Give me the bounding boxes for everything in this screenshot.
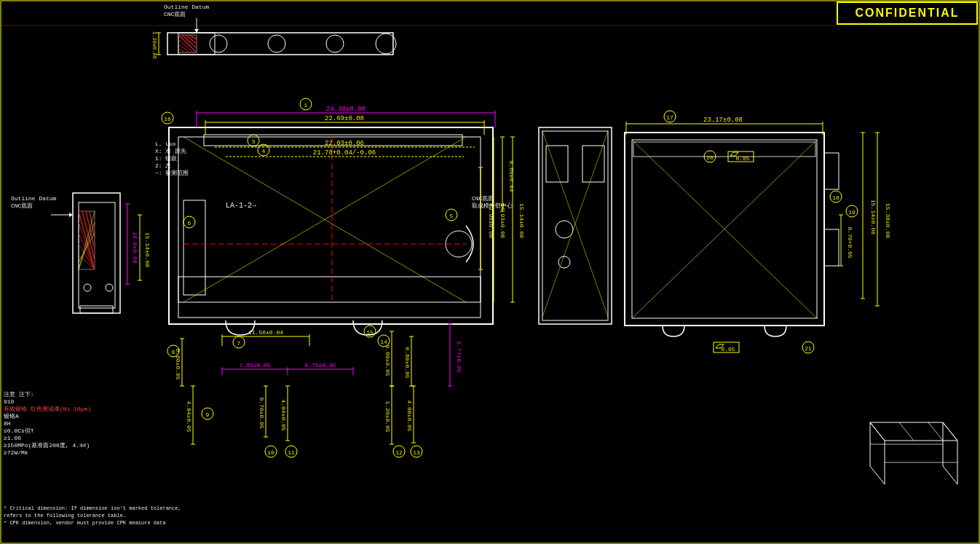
dim-left-b: 15.14±0.08	[144, 232, 151, 267]
dim-0-60-mid: 0.60±0.05	[384, 344, 391, 376]
confidential-label: CONFIDENTIAL	[855, 7, 959, 19]
svg-rect-20	[80, 306, 113, 313]
dim-15-38: 15.38±0.08	[885, 203, 891, 238]
main-canvas: CONFIDENTIAL Outline Datum CNC底面	[0, 0, 980, 544]
svg-text:2: 左: 2: 左	[155, 162, 171, 169]
svg-text:X: 准 原先: X: 准 原先	[155, 148, 186, 154]
dim-14-93: 14.93±0.08	[499, 203, 506, 238]
dim-21-78: 21.78+0.04/-0.06	[313, 149, 376, 157]
dim-23-17: 23.17±0.08	[703, 117, 743, 124]
svg-text:9: 9	[206, 411, 210, 418]
svg-text:1: 1	[304, 102, 308, 109]
svg-text:16: 16	[164, 116, 171, 122]
svg-text:8: 8	[172, 349, 175, 355]
svg-rect-51	[183, 200, 205, 295]
svg-text:有效镀铬 红色测油漆(Ni 10μm): 有效镀铬 红色测油漆(Ni 10μm)	[4, 406, 91, 412]
svg-text:3: 3	[252, 138, 256, 145]
svg-rect-162	[824, 229, 839, 266]
outline-datum-left: Outline Datum	[11, 195, 57, 202]
svg-text:≤0.8Cs但T: ≤0.8Cs但T	[4, 427, 34, 434]
svg-text:910: 910	[4, 398, 15, 405]
dim-left-a: 18.0±0.08	[132, 232, 138, 263]
critical-note-3: * CPK dimension, vendor must provide CPK…	[4, 520, 166, 526]
dim-flatness-right: 0.70+0.05	[847, 226, 853, 258]
svg-rect-50	[178, 277, 481, 302]
svg-point-45	[326, 35, 344, 52]
svg-text:19: 19	[848, 209, 855, 216]
dim-0-70: 0.70±0.05	[258, 397, 265, 428]
svg-marker-187	[943, 422, 957, 484]
lux-label: L. Lux	[155, 141, 176, 147]
svg-text:15: 15	[366, 329, 374, 336]
svg-text:7: 7	[237, 340, 241, 347]
svg-text:CNC底面: CNC底面	[164, 11, 186, 17]
svg-text:镀铬A: 镀铬A	[3, 413, 19, 419]
notes-header: 注意 注下:	[4, 391, 34, 398]
svg-point-44	[268, 35, 285, 52]
svg-line-191	[899, 422, 914, 441]
dim-flatness-21: 0.05	[721, 346, 735, 352]
svg-text:≥1.06: ≥1.06	[4, 435, 21, 441]
dim-24: 24.10±0.08	[326, 106, 365, 113]
svg-text:≥150MPo(基准面200度, 4.4#): ≥150MPo(基准面200度, 4.4#)	[4, 442, 90, 449]
drawing-svg: CONFIDENTIAL Outline Datum CNC底面	[0, 0, 980, 544]
svg-rect-143	[539, 127, 612, 324]
dim-7-83: 7.83±0.05	[239, 362, 270, 368]
svg-rect-158	[633, 142, 815, 157]
svg-line-192	[928, 422, 943, 441]
svg-marker-188	[870, 422, 885, 484]
dim-0-60-left: 0.60±0.05	[175, 348, 181, 379]
dim-11-56: 11.56±0.04	[248, 329, 283, 336]
dim-top-height: 1.20±0.06	[151, 31, 157, 59]
dim-4-08: 4.08±0.05	[406, 400, 413, 431]
svg-text:21: 21	[805, 345, 812, 352]
critical-note-1: * Critical dimension: If dimension isn't…	[4, 505, 181, 511]
outline-datum-top: Outline Datum	[164, 4, 210, 10]
svg-rect-201	[1, 1, 979, 543]
dim-1-20: 1.20±0.05	[384, 401, 391, 432]
svg-text:17: 17	[666, 114, 673, 121]
dim-8-78: 8.78±0.05	[304, 362, 336, 368]
part-label: LA-1-2→	[226, 202, 256, 210]
svg-rect-48	[178, 137, 481, 318]
svg-point-19	[106, 284, 113, 291]
svg-text:CNC底面: CNC底面	[11, 202, 33, 209]
svg-point-43	[210, 35, 227, 52]
svg-text:4: 4	[262, 148, 266, 154]
dim-22-03: 22.03±0.06	[325, 140, 364, 147]
svg-point-18	[84, 284, 91, 291]
dim-22-69: 22.69±0.08	[325, 115, 364, 122]
svg-text:13: 13	[413, 449, 420, 456]
dim-0-60-r: 0.60±0.05	[404, 347, 411, 378]
svg-point-147	[556, 221, 573, 238]
dim-8-65: 8.65±0.04	[508, 160, 515, 192]
cnc-note: CNC底面	[472, 195, 494, 202]
svg-text:12: 12	[395, 449, 403, 456]
dim-right-15-14: 15.14±0.08	[518, 203, 525, 238]
svg-text:6: 6	[188, 220, 191, 226]
svg-text:~: 量测范围: ~: 量测范围	[155, 170, 189, 176]
svg-text:11: 11	[288, 449, 295, 456]
svg-text:10: 10	[267, 449, 274, 456]
svg-text:18: 18	[832, 194, 839, 201]
svg-rect-161	[824, 153, 839, 189]
svg-text:≥72W/Mk: ≥72W/Mk	[4, 449, 28, 456]
svg-text:5: 5	[450, 213, 454, 219]
svg-line-39	[178, 48, 185, 52]
svg-marker-186	[870, 422, 957, 441]
dim-5-77: 5.77±0.05	[456, 341, 462, 372]
critical-note-2: refers to the following tolerance table.	[4, 513, 126, 519]
dim-4-04: 4.04±0.05	[280, 399, 287, 430]
iso-view	[870, 422, 957, 484]
svg-text:20: 20	[706, 154, 714, 161]
svg-text:8H: 8H	[4, 420, 11, 427]
dim-flatness-20: 0.05	[735, 155, 749, 162]
dim-4-84: 4.84±0.05	[186, 401, 192, 432]
svg-text:1: 镶嵌: 1: 镶嵌	[155, 155, 177, 162]
dim-right-15-14-b: 15.14±0.08	[870, 200, 877, 234]
